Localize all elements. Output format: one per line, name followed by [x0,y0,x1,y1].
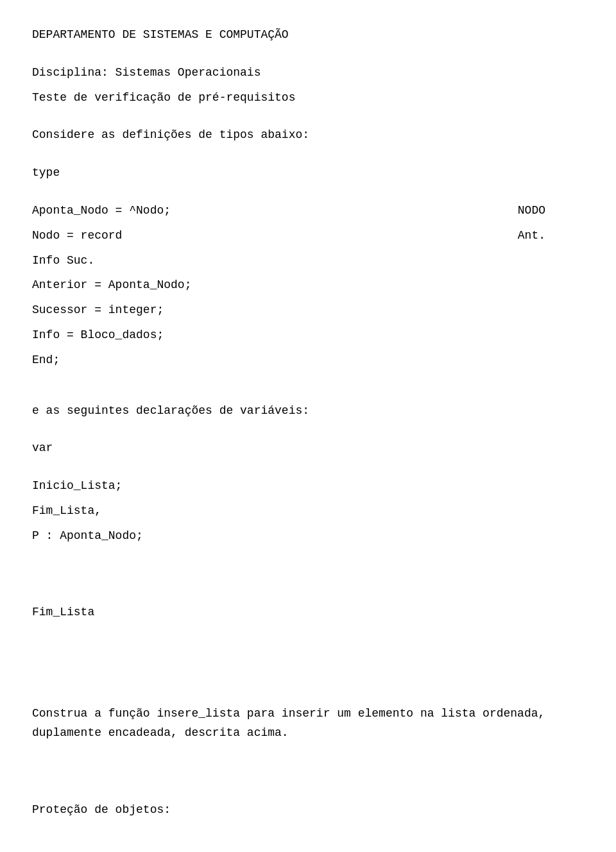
info-suc-text: Info Suc. [32,254,94,267]
sucessor-text: Sucessor = integer; [32,303,164,316]
inicio-lista-line: Inicio_Lista; [32,477,584,495]
sucessor-line: Sucessor = integer; [32,301,584,320]
page-content: DEPARTAMENTO DE SISTEMAS E COMPUTAÇÃO Di… [32,26,584,819]
p-line: P : Aponta_Nodo; [32,527,584,545]
disciplina-line: Disciplina: Sistemas Operacionais [32,64,584,82]
fim-lista-line: Fim_Lista, [32,502,584,520]
anterior-text: Anterior = Aponta_Nodo; [32,278,191,291]
teste-text: Teste de verificação de pré-requisitos [32,91,295,104]
ant-label: Ant. [518,226,584,245]
description-text: Construa a função insere_lista para inse… [32,707,545,739]
aponta-nodo-line: Aponta_Nodo = ^Nodo; NODO [32,201,584,220]
type-keyword: type [32,166,60,179]
fim-lista-text: Fim_Lista, [32,504,101,517]
info-bloco-text: Info = Bloco_dados; [32,328,164,341]
considere-text: Considere as definições de tipos abaixo: [32,128,309,141]
fim-lista-label-text: Fim_Lista [32,606,94,618]
aponta-nodo-text: Aponta_Nodo = ^Nodo; [32,201,171,220]
nodo-label: NODO [518,201,584,220]
var-keyword-line: var [32,439,584,457]
header-title: DEPARTAMENTO DE SISTEMAS E COMPUTAÇÃO [32,26,584,44]
var-intro-text: e as seguintes declarações de variáveis: [32,404,309,417]
info-bloco-line: Info = Bloco_dados; [32,326,584,345]
var-intro-line: e as seguintes declarações de variáveis: [32,402,584,420]
teste-line: Teste de verificação de pré-requisitos [32,89,584,107]
disciplina-text: Disciplina: Sistemas Operacionais [32,66,261,79]
p-text: P : Aponta_Nodo; [32,529,143,542]
type-keyword-line: type [32,164,584,182]
considere-line: Considere as definições de tipos abaixo: [32,126,584,144]
var-keyword-text: var [32,441,53,454]
footer-text: Proteção de objetos: [32,803,171,816]
description-block: Construa a função insere_lista para inse… [32,704,584,742]
nodo-record-text: Nodo = record [32,226,122,245]
end-text: End; [32,354,60,366]
inicio-lista-text: Inicio_Lista; [32,479,122,492]
end-line: End; [32,351,584,370]
title-text: DEPARTAMENTO DE SISTEMAS E COMPUTAÇÃO [32,28,289,41]
anterior-line: Anterior = Aponta_Nodo; [32,276,584,294]
nodo-record-line: Nodo = record Ant. [32,226,584,245]
fim-lista-label: Fim_Lista [32,603,584,622]
info-suc-line: Info Suc. [32,251,584,270]
footer-line: Proteção de objetos: [32,801,584,819]
